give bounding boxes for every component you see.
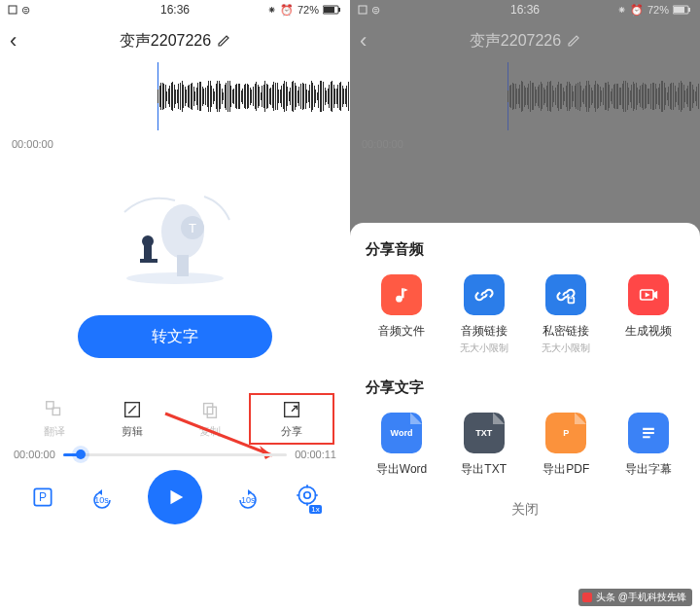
status-bar: ⊜ 16:36 ⁕ ⏰ 72% [0,0,350,19]
copy-icon [199,399,221,420]
forward-10s-button[interactable]: 10s [235,489,261,505]
share-text-item-3[interactable]: 导出字幕 [612,413,684,478]
svg-rect-0 [9,6,17,14]
playback-controls: P 10s 10s 1x [0,464,350,534]
page-title: 变声2207226 [120,31,230,52]
action-share[interactable]: 分享 [249,393,334,445]
alarm-icon: ⏰ [630,4,644,17]
share-audio-item-1[interactable]: 音频链接无大小限制 [448,274,520,355]
battery-icon [673,5,692,15]
share-audio-item-0[interactable]: 音频文件 [366,274,438,355]
section-audio-title: 分享音频 [366,240,684,259]
share-text-grid: Word导出WordTXT导出TXTP导出PDF导出字幕 [366,413,684,478]
status-time: 16:36 [510,3,540,17]
scrubber-start: 00:00:00 [14,449,55,460]
alarm-icon: ⏰ [280,4,294,17]
svg-rect-15 [204,404,213,414]
phone-left: ⊜ 16:36 ⁕ ⏰ 72% ‹ 变声2207226 00:00:00 T [0,0,350,612]
page-title: 变声2207226 [470,31,580,52]
convert-to-text-button[interactable]: 转文字 [78,315,272,358]
settings-button[interactable]: 1x [295,483,320,512]
cta-row: 转文字 [0,315,350,358]
svg-point-21 [304,492,311,499]
timestamp: 00:00:00 [0,130,350,154]
svg-point-20 [298,486,315,503]
edit-title-icon[interactable] [217,34,230,48]
waveform [350,62,700,130]
share-text-item-0[interactable]: Word导出Word [366,413,438,478]
empty-illustration: T [0,154,350,309]
bluetooth-icon: ⁕ [267,4,276,17]
svg-rect-11 [140,259,158,263]
action-translate: 翻译 [16,399,93,439]
waveform-bars [508,80,700,113]
share-sheet: 分享音频 音频文件音频链接无大小限制私密链接无大小限制生成视频 分享文字 Wor… [350,223,700,612]
svg-point-4 [126,272,224,284]
header: ‹ 变声2207226 [350,19,700,62]
translate-icon [44,399,65,420]
dnd-icon [358,5,368,15]
scrubber-track[interactable] [63,453,287,456]
share-text-item-1[interactable]: TXT导出TXT [448,413,520,478]
status-bar: ⊜ 16:36 ⁕ ⏰ 72% [350,0,700,19]
share-audio-grid: 音频文件音频链接无大小限制私密链接无大小限制生成视频 [366,274,684,355]
waveform-bars [158,80,350,113]
svg-text:P: P [39,490,47,504]
battery-icon [323,5,342,15]
header: ‹ 变声2207226 [0,19,350,62]
action-edit[interactable]: 剪辑 [93,399,171,439]
action-copy: 复制 [171,399,249,439]
svg-rect-2 [324,7,334,13]
play-icon [164,486,186,508]
rewind-10s-button[interactable]: 10s [89,489,115,505]
play-button[interactable] [148,470,202,524]
marker-button[interactable]: P [30,485,55,510]
watermark: 头条 @手机科技先锋 [578,589,692,606]
svg-text:T: T [189,221,196,235]
bluetooth-icon: ⁕ [617,4,626,17]
scrubber-end: 00:00:11 [295,449,336,460]
status-left: ⊜ [8,4,30,17]
share-text-item-2[interactable]: P导出PDF [530,413,602,478]
scrubber-thumb[interactable] [76,450,86,459]
edit-title-icon[interactable] [567,34,580,48]
status-right: ⁕ ⏰ 72% [267,4,342,17]
timestamp: 00:00:00 [350,130,700,154]
phone-right: ⊜ 16:36 ⁕ ⏰ 72% ‹ 变声2207226 00:00:00 分享音… [350,0,700,612]
waveform[interactable] [0,62,350,130]
svg-rect-29 [570,299,574,302]
svg-rect-24 [674,7,684,13]
svg-rect-8 [177,255,189,276]
svg-rect-3 [338,8,340,12]
svg-rect-27 [402,288,404,298]
battery-percent: 72% [298,4,319,16]
svg-rect-25 [688,8,690,12]
status-time: 16:36 [160,3,190,17]
svg-rect-22 [359,6,367,14]
dnd-icon [8,5,18,15]
battery-percent: 72% [648,4,669,16]
svg-rect-10 [144,246,152,260]
back-button[interactable]: ‹ [10,28,17,54]
close-sheet-button[interactable]: 关闭 [366,501,684,519]
svg-point-9 [142,235,154,247]
svg-rect-16 [207,407,216,417]
share-icon [281,399,302,420]
back-button[interactable]: ‹ [360,28,367,54]
section-text-title: 分享文字 [366,378,684,397]
edit-icon [122,399,143,420]
action-row: 翻译 剪辑 复制 分享 [0,399,350,439]
share-audio-item-3[interactable]: 生成视频 [612,274,684,355]
share-audio-item-2[interactable]: 私密链接无大小限制 [530,274,602,355]
svg-point-26 [396,296,402,303]
